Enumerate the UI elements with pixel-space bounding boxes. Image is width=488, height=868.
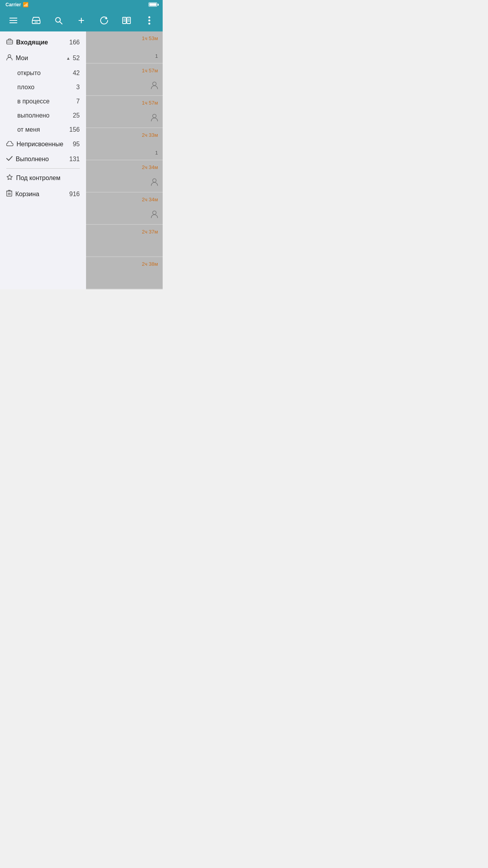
ticket-time-3: 2ч 33м [91,132,158,138]
ticket-time-7: 2ч 38м [91,261,158,267]
bad-label: плохо [17,84,76,91]
from-me-count: 156 [69,126,80,133]
battery-icon [149,2,157,7]
svg-point-16 [8,55,11,57]
my-label: Мои [16,55,64,62]
more-icon [148,16,150,25]
ticket-time-1: 1ч 57м [91,68,158,74]
cloud-icon [6,141,13,148]
ticket-item-5[interactable]: 2ч 34м [86,193,163,224]
ticket-time-4: 2ч 34м [91,164,158,170]
refresh-icon [100,16,108,25]
ticket-item-2[interactable]: 1ч 57м [86,96,163,127]
my-count: 52 [73,55,80,62]
ticket-time-0: 1ч 53м [91,35,158,41]
sidebar-item-my[interactable]: Мои ▲ 52 [0,50,86,66]
inprogress-label: в процессе [17,98,76,105]
ticket-meta-2 [91,114,158,123]
star-icon [6,174,13,182]
svg-line-2 [60,22,62,24]
sidebar-item-completed[interactable]: Выполнено 131 [0,152,86,167]
ticket-meta-1 [91,81,158,91]
tickets-panel: 1ч 53м 1 1ч 57м 1ч 57м [86,31,163,289]
ticket-meta-4 [91,178,158,188]
bad-count: 3 [76,84,80,91]
ticket-meta-5 [91,210,158,220]
main-container: Входящие 166 Мои ▲ 52 открыто 42 плохо 3 [0,31,163,289]
inbox-icon [32,17,40,24]
carrier-label: Carrier [6,2,21,7]
sidebar-item-unassigned[interactable]: Неприсвоенные 95 [0,137,86,152]
ticket-avatar-2 [151,114,158,123]
add-button[interactable]: + [74,13,88,28]
trash-label: Корзина [15,191,69,198]
done-sub-label: выполнено [17,112,73,119]
done-sub-count: 25 [73,112,80,119]
open-count: 42 [73,70,80,77]
ticket-time-5: 2ч 34м [91,197,158,202]
svg-point-13 [148,23,150,25]
plus-icon: + [78,15,84,26]
sidebar-item-inbox[interactable]: Входящие 166 [0,35,86,50]
sidebar-subitem-from-me[interactable]: от меня 156 [0,123,86,137]
sidebar-divider [6,168,80,169]
wifi-icon: 📶 [23,2,29,7]
starred-label: Под контролем [16,175,80,182]
book-button[interactable] [119,13,134,28]
sidebar-item-trash[interactable]: Корзина 916 [0,186,86,202]
search-button[interactable] [51,13,66,28]
ticket-item-0[interactable]: 1ч 53м 1 [86,31,163,63]
hamburger-icon [9,18,17,23]
completed-count: 131 [69,156,80,163]
svg-point-12 [148,20,150,22]
refresh-button[interactable] [97,13,111,28]
ticket-avatar-4 [151,178,158,188]
sidebar-item-starred[interactable]: Под контролем [0,170,86,186]
sidebar-subitem-open[interactable]: открыто 42 [0,66,86,80]
menu-button[interactable] [6,13,20,28]
status-left: Carrier 📶 [6,2,29,7]
sidebar-subitem-inprogress[interactable]: в процессе 7 [0,94,86,108]
from-me-label: от меня [17,126,69,133]
checkmark-icon [6,156,13,163]
svg-point-11 [148,17,150,18]
ticket-time-6: 2ч 37м [91,229,158,235]
ticket-item-7[interactable]: 2ч 38м [86,257,163,289]
person-icon [6,54,13,62]
ticket-item-6[interactable]: 2ч 37м [86,225,163,256]
ticket-avatar-1 [151,81,158,91]
svg-rect-4 [127,17,130,24]
chevron-up-icon: ▲ [66,56,70,61]
unassigned-label: Неприсвоенные [17,141,73,148]
ticket-item-3[interactable]: 2ч 33м 1 [86,128,163,160]
sidebar-subitem-bad[interactable]: плохо 3 [0,80,86,94]
completed-label: Выполнено [16,156,69,163]
ticket-item-4[interactable]: 2ч 34м [86,160,163,192]
open-label: открыто [17,70,73,77]
ticket-item-1[interactable]: 1ч 57м [86,64,163,95]
battery-container [149,1,157,8]
ticket-meta-3: 1 [91,150,158,156]
inprogress-count: 7 [76,98,80,105]
svg-rect-3 [123,17,126,24]
svg-point-23 [153,82,156,86]
ticket-avatar-5 [151,210,158,220]
svg-point-26 [153,211,156,215]
unassigned-count: 95 [73,141,80,148]
more-button[interactable] [142,13,156,28]
search-icon [55,17,62,24]
sidebar-subitem-done[interactable]: выполнено 25 [0,108,86,123]
battery-fill [149,3,156,6]
inbox-button[interactable] [29,13,43,28]
status-bar: Carrier 📶 [0,0,163,9]
ticket-badge-3: 1 [155,150,158,156]
ticket-badge-0: 1 [155,53,158,59]
briefcase-icon [6,39,13,46]
ticket-time-2: 1ч 57м [91,100,158,106]
ticket-meta-0: 1 [91,53,158,59]
inbox-label: Входящие [16,39,69,46]
toolbar: + [0,9,163,31]
trash-icon [6,190,12,198]
book-icon [122,17,131,24]
trash-count: 916 [69,191,80,198]
